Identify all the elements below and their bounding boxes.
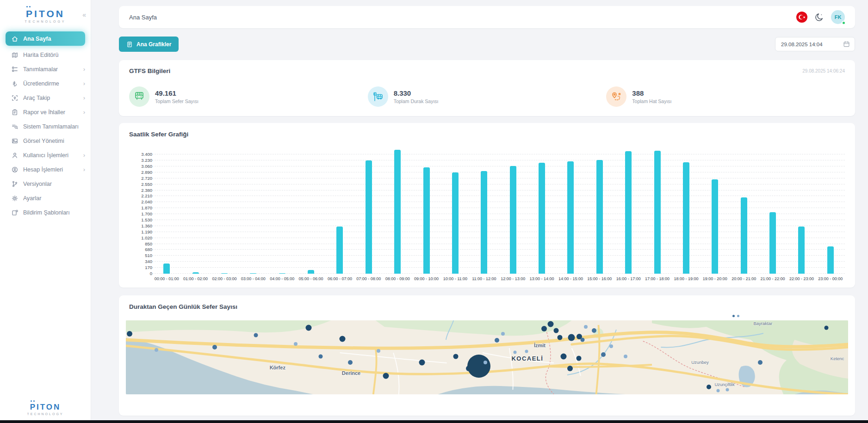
map-bubble[interactable] (383, 373, 389, 379)
x-axis-tick-label: 06:00 - 07:00 (325, 276, 354, 281)
map-bubble[interactable] (825, 326, 829, 330)
map-bubble-large[interactable] (467, 355, 490, 378)
map-bubble[interactable] (568, 334, 575, 341)
map-bubble[interactable] (580, 337, 584, 342)
sidebar-item-label: Sistem Tanımlamaları (23, 123, 79, 130)
bar-cell (614, 149, 643, 274)
map-mini-dots (732, 315, 739, 317)
calendar-icon[interactable] (843, 41, 850, 48)
stat-toplam-durak-sayisi: 8.330Toplam Durak Sayısı (368, 86, 607, 107)
map-bubble[interactable] (726, 388, 729, 392)
sidebar-item-kullanici-islemleri[interactable]: Kullanıcı İşlemleri› (0, 148, 91, 162)
bar-00-00-01-00 (163, 264, 170, 274)
map-bubble[interactable] (707, 385, 711, 389)
map-place-label-ketenc: Ketenc (831, 356, 844, 361)
sidebar-item-ana-sayfa[interactable]: Ana Sayfa (6, 31, 85, 46)
x-axis-tick-label: 09:00 - 10:00 (412, 276, 440, 281)
map-canvas[interactable]: KörfezDerinceİzmitKOCAELİUzunbeyUzunçift… (126, 320, 848, 394)
map-bubble[interactable] (758, 360, 763, 365)
map-bubble[interactable] (717, 389, 720, 392)
sidebar-item-hesap-islemleri[interactable]: Hesap İşlemleri› (0, 162, 91, 177)
main-content: Ana Sayfa FK (91, 0, 868, 423)
map-bubble[interactable] (584, 325, 588, 329)
map-bubble[interactable] (554, 328, 559, 333)
bars-layer (152, 149, 845, 274)
sidebar-collapse-icon[interactable]: « (82, 11, 86, 18)
chevron-right-icon: › (83, 152, 85, 159)
sidebar-item-sistem-tanimlamalari[interactable]: Sistem Tanımlamaları (0, 119, 91, 134)
sidebar-item-gorsel-yonetimi[interactable]: Görsel Yönetimi (0, 134, 91, 148)
sidebar-item-tanimlamalar[interactable]: Tanımlamalar› (0, 62, 91, 76)
map-bubble[interactable] (547, 321, 553, 327)
map-bubble[interactable] (501, 332, 505, 336)
sidebar-item-ayarlar[interactable]: Ayarlar (0, 191, 91, 205)
map-bubble[interactable] (560, 354, 566, 360)
bar-04-00-05-00 (279, 273, 285, 274)
map-bubble[interactable] (609, 344, 613, 348)
map-bubble[interactable] (514, 350, 517, 354)
user-avatar[interactable]: FK (831, 10, 845, 24)
bar-01-00-02-00 (192, 272, 199, 274)
bar-cell (556, 149, 585, 274)
map-bubble[interactable] (567, 366, 573, 371)
map-bubble[interactable] (305, 325, 311, 331)
map-bubble[interactable] (377, 349, 380, 353)
map-bubble[interactable] (254, 333, 258, 337)
x-axis-tick-label: 05:00 - 06:00 (297, 276, 325, 281)
map-bubble[interactable] (419, 360, 425, 366)
bus-stop-icon (368, 86, 388, 107)
language-flag-icon[interactable] (796, 12, 807, 23)
bar-cell (470, 149, 498, 274)
map-bubble[interactable] (453, 354, 459, 359)
sidebar-item-label: Kullanıcı İşlemleri (23, 152, 68, 159)
map-bubble[interactable] (340, 336, 346, 342)
map-bubble[interactable] (212, 345, 217, 349)
sidebar-item-versiyonlar[interactable]: Versiyonlar (0, 177, 91, 191)
map-bubble[interactable] (319, 355, 323, 359)
y-axis-tick-label: 2.210 (132, 193, 152, 198)
stat-text: 49.161Toplam Sefer Sayısı (155, 89, 198, 104)
sidebar-item-label: Bildirim Şablonları (23, 209, 70, 216)
sidebar-item-label: Araç Takip (23, 95, 50, 101)
sidebar-item-harita-editoru[interactable]: Harita Editörü (0, 48, 91, 62)
map-bubble[interactable] (576, 356, 581, 361)
toolbar-row: Ana Grafikler 29.08.2025 14:04 (119, 37, 855, 52)
home-icon (11, 35, 19, 43)
map-bubble[interactable] (558, 335, 563, 340)
sidebar-item-arac-takip[interactable]: Araç Takip› (0, 91, 91, 105)
map-bubble[interactable] (155, 348, 158, 352)
document-icon (126, 41, 133, 48)
versions-icon (11, 180, 19, 188)
map-bubble[interactable] (624, 355, 627, 358)
map-bubble[interactable] (541, 326, 547, 331)
image-icon (11, 137, 19, 145)
x-axis-tick-label: 19:00 - 20:00 (701, 276, 729, 281)
x-axis-tick-label: 12:00 - 13:00 (499, 276, 527, 281)
map-bubble[interactable] (601, 352, 606, 357)
main-charts-button[interactable]: Ana Grafikler (119, 37, 179, 52)
chevron-right-icon: › (83, 80, 85, 87)
map-bubble[interactable] (294, 342, 298, 346)
list-icon (11, 66, 19, 73)
stat-toplam-sefer-sayisi: 49.161Toplam Sefer Sayısı (129, 86, 368, 107)
map-bubble[interactable] (592, 328, 596, 333)
sidebar-item-ucretlendirme[interactable]: Ücretlendirme› (0, 76, 91, 91)
logo-text: PITON (26, 8, 65, 19)
bar-14-00-15-00 (567, 161, 574, 274)
map-bubble[interactable] (495, 338, 499, 343)
map-bubble[interactable] (348, 360, 353, 365)
x-axis-tick-label: 01:00 - 02:00 (181, 276, 210, 281)
sidebar-item-rapor-ve-ihlaller[interactable]: Rapor ve İhlaller› (0, 105, 91, 119)
tracking-icon (11, 94, 19, 102)
map-place-label-uzunbey: Uzunbey (691, 359, 709, 364)
map-bubble[interactable] (484, 361, 487, 364)
datetime-picker[interactable]: 29.08.2025 14:04 (775, 37, 855, 51)
map-bubble[interactable] (525, 350, 528, 353)
bar-cell (239, 149, 267, 274)
y-axis-tick-label: 2.550 (132, 182, 152, 187)
sidebar-item-bildirim-sablonlari[interactable]: Bildirim Şablonları (0, 205, 91, 220)
map-bubble[interactable] (127, 331, 132, 337)
bar-17-00-18-00 (654, 151, 661, 274)
sidebar-item-label: Ücretlendirme (23, 80, 59, 87)
dark-mode-moon-icon[interactable] (814, 12, 824, 22)
